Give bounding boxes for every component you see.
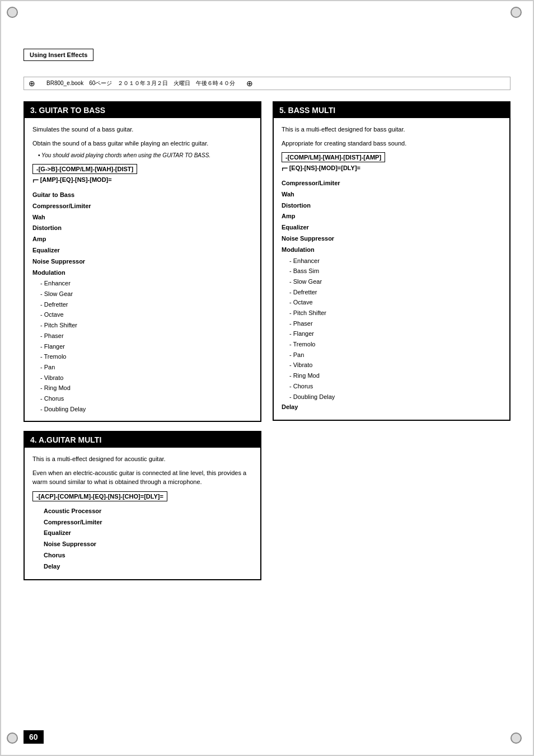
effect-dist-5: Distortion xyxy=(282,200,502,212)
section5-box: 5. BASS MULTI This is a multi-effect des… xyxy=(273,101,510,421)
section5-content: This is a multi-effect designed for bass… xyxy=(274,118,509,420)
corner-decoration-tl xyxy=(7,7,24,24)
section5-mod-sub-7: - Flanger xyxy=(282,328,502,339)
section3-mod-sub-11: - Chorus xyxy=(32,393,252,404)
section5-mod-sub-9: - Pan xyxy=(282,350,502,360)
section3-mod-sub-8: - Pan xyxy=(32,362,252,373)
section5-mod-sub-1: - Bass Sim xyxy=(282,266,502,276)
effect-ns-5: Noise Suppressor xyxy=(282,233,502,245)
l-bracket-5: ⌐ xyxy=(282,162,288,173)
effect-ns-3: Noise Suppressor xyxy=(32,256,252,267)
section3-mod-sub-12: - Doubling Delay xyxy=(32,404,252,415)
effect-mod-5: Modulation xyxy=(282,245,502,256)
section5-mod-sub-8: - Tremolo xyxy=(282,339,502,350)
page-number: 60 xyxy=(24,730,44,744)
section3-title: 3. GUITAR TO BASS xyxy=(25,102,260,118)
section5-mod-sub-5: - Pitch Shifter xyxy=(282,308,502,318)
crosshair-right: ⊕ xyxy=(246,79,253,88)
section3-mod-sub-0: - Enhancer xyxy=(32,278,252,289)
effect-eq-5: Equalizer xyxy=(282,222,502,233)
section4-content: This is a multi-effect designed for acou… xyxy=(25,448,260,579)
section3-mod-sub-2: - Defretter xyxy=(32,299,252,310)
metadata-bar: ⊕ BR800_e.book 60ページ ２０１０年３月２日 火曜日 午後６時４… xyxy=(24,77,510,90)
section5-mod-sub-13: - Doubling Delay xyxy=(282,392,502,402)
effect-acp-4: Acoustic Processor xyxy=(32,506,252,517)
section3-mod-sub-9: - Vibrato xyxy=(32,373,252,383)
section5-mod-sub-3: - Defretter xyxy=(282,287,502,298)
effect-eq-4: Equalizer xyxy=(32,528,252,539)
corner-decoration-bl xyxy=(7,732,24,749)
section5-chain: -[COMP/LM]-[WAH]-[DIST]-[AMP] ⌐ [EQ]-[NS… xyxy=(282,152,502,173)
l-bracket-3: ⌐ xyxy=(32,174,39,185)
section3-box: 3. GUITAR TO BASS Simulates the sound of… xyxy=(24,101,261,422)
crosshair-left: ⊕ xyxy=(29,79,35,88)
section3-mod-sub-3: - Octave xyxy=(32,309,252,320)
effect-eq-3: Equalizer xyxy=(32,245,252,256)
page-wrapper: Using Insert Effects ⊕ BR800_e.book 60ペー… xyxy=(0,0,534,756)
section4-desc2: Even when an electric-acoustic guitar is… xyxy=(32,468,252,487)
section5-mod-sub-4: - Octave xyxy=(282,297,502,308)
left-column: 3. GUITAR TO BASS Simulates the sound of… xyxy=(24,101,261,589)
effect-comp-4: Compressor/Limiter xyxy=(32,517,252,528)
effect-dly-4: Delay xyxy=(32,561,252,572)
section3-chain-bottom: [AMP]-[EQ]-[NS]-[MOD]= xyxy=(40,176,112,183)
section3-chain-top: -[G->B]-[COMP/LM]-[WAH]-[DIST] xyxy=(32,164,137,174)
corner-decoration-tr xyxy=(510,7,527,24)
effect-wah-3: Wah xyxy=(32,212,252,223)
effect-guitar-to-bass: Guitar to Bass xyxy=(32,190,252,201)
section4-chain: -[ACP]-[COMP/LM]-[EQ]-[NS]-[CHO]=[DLY]= xyxy=(32,491,252,501)
section3-mod-sub-1: - Slow Gear xyxy=(32,289,252,299)
effect-comp-5: Compressor/Limiter xyxy=(282,178,502,189)
effect-ns-4: Noise Suppressor xyxy=(32,539,252,550)
effect-dist-3: Distortion xyxy=(32,223,252,234)
section4-desc1: This is a multi-effect designed for acou… xyxy=(32,454,252,464)
corner-decoration-br xyxy=(510,732,527,749)
section4-chain-top: -[ACP]-[COMP/LM]-[EQ]-[NS]-[CHO]=[DLY]= xyxy=(32,491,167,501)
effect-comp-3: Compressor/Limiter xyxy=(32,201,252,212)
section3-mod-sub-7: - Tremolo xyxy=(32,351,252,362)
section5-mod-sub-2: - Slow Gear xyxy=(282,276,502,287)
effect-amp-5: Amp xyxy=(282,211,502,222)
header-bar: Using Insert Effects xyxy=(24,49,93,61)
metadata-text: BR800_e.book 60ページ ２０１０年３月２日 火曜日 午後６時４０分 xyxy=(46,79,235,87)
effect-amp-3: Amp xyxy=(32,234,252,245)
header-label: Using Insert Effects xyxy=(30,51,87,58)
section4-box: 4. A.GUITAR MULTI This is a multi-effect… xyxy=(24,431,261,580)
section4-effect-list: Acoustic Processor Compressor/Limiter Eq… xyxy=(32,506,252,572)
section5-mod-sub-11: - Ring Mod xyxy=(282,370,502,381)
effect-cho-4: Chorus xyxy=(32,550,252,561)
section3-mod-sub-10: - Ring Mod xyxy=(32,383,252,393)
section3-content: Simulates the sound of a bass guitar. Ob… xyxy=(25,118,260,421)
right-column: 5. BASS MULTI This is a multi-effect des… xyxy=(273,101,510,589)
effect-delay-5: Delay xyxy=(282,402,502,413)
section5-effect-list: Compressor/Limiter Wah Distortion Amp Eq… xyxy=(282,178,502,413)
section5-mod-sub-0: - Enhancer xyxy=(282,256,502,266)
section3-desc2: Obtain the sound of a bass guitar while … xyxy=(32,139,252,148)
section5-mod-sub-6: - Phaser xyxy=(282,318,502,329)
section5-desc1: This is a multi-effect designed for bass… xyxy=(282,125,502,134)
section5-chain-top: -[COMP/LM]-[WAH]-[DIST]-[AMP] xyxy=(282,152,385,162)
section3-chain: -[G->B]-[COMP/LM]-[WAH]-[DIST] ⌐ [AMP]-[… xyxy=(32,164,252,185)
section3-effect-list: Guitar to Bass Compressor/Limiter Wah Di… xyxy=(32,190,252,414)
section5-chain-bottom-line: ⌐ [EQ]-[NS]-[MOD]=[DLY]= xyxy=(282,162,502,173)
section3-mod-sub-4: - Pitch Shifter xyxy=(32,320,252,331)
section5-desc2: Appropriate for creating standard bass s… xyxy=(282,139,502,148)
section5-chain-bottom: [EQ]-[NS]-[MOD]=[DLY]= xyxy=(289,165,360,171)
effect-mod-3: Modulation xyxy=(32,267,252,279)
section4-title: 4. A.GUITAR MULTI xyxy=(25,432,260,448)
section3-note: You should avoid playing chords when usi… xyxy=(32,152,252,158)
section3-mod-sub-5: - Phaser xyxy=(32,331,252,341)
section3-mod-subs: - Enhancer- Slow Gear- Defretter- Octave… xyxy=(32,278,252,414)
effect-wah-5: Wah xyxy=(282,189,502,200)
section5-title: 5. BASS MULTI xyxy=(274,102,509,118)
section3-mod-sub-6: - Flanger xyxy=(32,341,252,352)
section3-chain-bottom-line: ⌐ [AMP]-[EQ]-[NS]-[MOD]= xyxy=(32,174,252,185)
section5-mod-sub-10: - Vibrato xyxy=(282,360,502,370)
section5-mod-sub-12: - Chorus xyxy=(282,381,502,392)
section5-mod-subs: - Enhancer- Bass Sim- Slow Gear- Defrett… xyxy=(282,256,502,402)
section3-desc1: Simulates the sound of a bass guitar. xyxy=(32,125,252,134)
content-area: 3. GUITAR TO BASS Simulates the sound of… xyxy=(24,101,510,589)
